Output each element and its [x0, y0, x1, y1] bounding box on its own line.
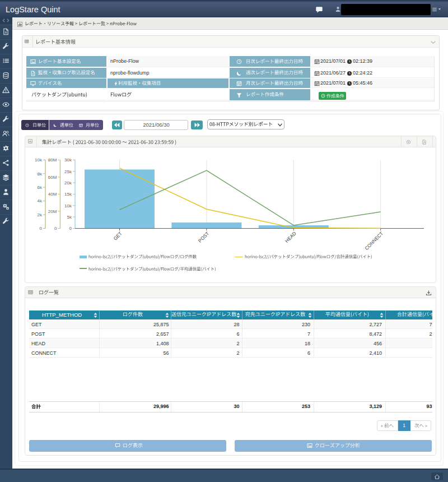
svg-text:0: 0: [54, 226, 57, 231]
svg-text:CONNECT: CONNECT: [363, 230, 384, 251]
svg-text:80M: 80M: [48, 157, 57, 163]
svg-text:0: 0: [69, 226, 72, 231]
svg-text:2k: 2k: [38, 212, 43, 217]
svg-text:5k: 5k: [67, 215, 72, 220]
svg-text:HEAD: HEAD: [284, 230, 297, 244]
svg-text:GET: GET: [112, 230, 123, 241]
svg-text:15k: 15k: [64, 192, 72, 197]
svg-text:30k: 30k: [64, 157, 72, 163]
svg-text:10k: 10k: [64, 203, 72, 208]
svg-text:6k: 6k: [38, 185, 43, 190]
svg-text:10k: 10k: [35, 157, 43, 163]
svg-text:25k: 25k: [64, 169, 72, 174]
svg-text:8k: 8k: [38, 172, 43, 177]
svg-text:20k: 20k: [64, 180, 72, 186]
svg-text:POST: POST: [197, 230, 210, 243]
svg-text:40M: 40M: [48, 192, 57, 197]
svg-text:4k: 4k: [38, 198, 43, 203]
svg-text:0: 0: [40, 226, 43, 231]
svg-text:20M: 20M: [48, 209, 57, 214]
svg-text:60M: 60M: [48, 175, 57, 180]
